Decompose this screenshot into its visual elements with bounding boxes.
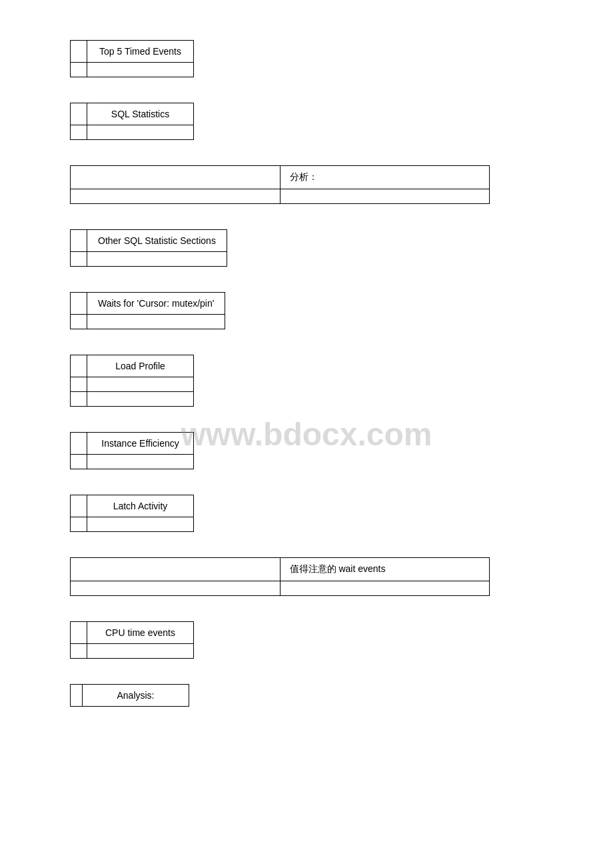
table-row: Waits for 'Cursor: mutex/pin' xyxy=(71,293,225,315)
empty-cell xyxy=(71,125,87,140)
table-row xyxy=(71,63,194,77)
section-top-5-timed-events: Top 5 Timed Events xyxy=(70,40,613,77)
table-row xyxy=(71,644,194,659)
analysis-left-cell xyxy=(71,166,281,189)
marker-cell xyxy=(71,685,83,707)
load-profile-table: Load Profile xyxy=(70,355,194,407)
analysis-1-table: 分析： xyxy=(70,165,490,204)
timed-events-table: Top 5 Timed Events xyxy=(70,40,194,77)
section-analysis-1: 分析： xyxy=(70,165,613,204)
analysis-single-label: Analysis: xyxy=(83,685,189,707)
marker-cell xyxy=(71,433,87,455)
empty-cell xyxy=(280,581,490,596)
instance-efficiency-label: Instance Efficiency xyxy=(87,433,194,455)
table-row: 值得注意的 wait events xyxy=(71,558,490,581)
empty-cell xyxy=(87,125,194,140)
marker-cell xyxy=(71,293,87,315)
empty-cell xyxy=(71,63,87,77)
section-cpu-time-events: CPU time events xyxy=(70,621,613,659)
empty-cell xyxy=(87,252,227,267)
analysis-left-cell xyxy=(71,558,281,581)
section-sql-statistics: SQL Statistics xyxy=(70,103,613,140)
table-row xyxy=(71,125,194,140)
table-row xyxy=(71,315,225,329)
marker-cell xyxy=(71,622,87,644)
table-row: CPU time events xyxy=(71,622,194,644)
table-row: Load Profile xyxy=(71,355,194,377)
marker-cell xyxy=(71,355,87,377)
empty-cell xyxy=(71,392,87,407)
other-sql-table: Other SQL Statistic Sections xyxy=(70,229,227,267)
timed-events-label: Top 5 Timed Events xyxy=(87,41,194,63)
table-row xyxy=(71,392,194,407)
empty-cell xyxy=(87,63,194,77)
empty-cell xyxy=(87,315,225,329)
section-analysis-single: Analysis: xyxy=(70,684,613,707)
table-row: Latch Activity xyxy=(71,495,194,517)
marker-cell xyxy=(71,495,87,517)
latch-activity-table: Latch Activity xyxy=(70,495,194,532)
empty-cell xyxy=(71,581,281,596)
instance-efficiency-table: Instance Efficiency xyxy=(70,432,194,469)
empty-cell xyxy=(280,189,490,204)
other-sql-label: Other SQL Statistic Sections xyxy=(87,230,227,252)
table-row: Analysis: xyxy=(71,685,189,707)
table-row xyxy=(71,252,227,267)
table-row xyxy=(71,189,490,204)
empty-cell xyxy=(71,252,87,267)
table-row: 分析： xyxy=(71,166,490,189)
empty-cell xyxy=(71,189,281,204)
table-row xyxy=(71,581,490,596)
analysis-2-table: 值得注意的 wait events xyxy=(70,557,490,596)
section-instance-efficiency: Instance Efficiency xyxy=(70,432,613,469)
table-row xyxy=(71,517,194,532)
latch-activity-label: Latch Activity xyxy=(87,495,194,517)
marker-cell xyxy=(71,103,87,125)
section-latch-activity: Latch Activity xyxy=(70,495,613,532)
page-content: Top 5 Timed Events SQL Statistics xyxy=(0,0,613,772)
waits-cursor-table: Waits for 'Cursor: mutex/pin' xyxy=(70,292,225,329)
empty-cell xyxy=(87,377,194,392)
table-row xyxy=(71,455,194,469)
empty-cell xyxy=(87,644,194,659)
section-load-profile: Load Profile xyxy=(70,355,613,407)
cpu-time-events-label: CPU time events xyxy=(87,622,194,644)
empty-cell xyxy=(71,377,87,392)
sql-statistics-label: SQL Statistics xyxy=(87,103,194,125)
marker-cell xyxy=(71,230,87,252)
empty-cell xyxy=(71,644,87,659)
table-row: Other SQL Statistic Sections xyxy=(71,230,227,252)
load-profile-label: Load Profile xyxy=(87,355,194,377)
empty-cell xyxy=(71,455,87,469)
empty-cell xyxy=(71,517,87,532)
table-row: Instance Efficiency xyxy=(71,433,194,455)
waits-cursor-label: Waits for 'Cursor: mutex/pin' xyxy=(87,293,225,315)
section-waits-cursor: Waits for 'Cursor: mutex/pin' xyxy=(70,292,613,329)
empty-cell xyxy=(87,455,194,469)
empty-cell xyxy=(87,392,194,407)
cpu-time-events-table: CPU time events xyxy=(70,621,194,659)
analysis-single-table: Analysis: xyxy=(70,684,189,707)
analysis-right-cell: 值得注意的 wait events xyxy=(280,558,490,581)
section-other-sql: Other SQL Statistic Sections xyxy=(70,229,613,267)
marker-cell xyxy=(71,41,87,63)
empty-cell xyxy=(87,517,194,532)
sql-statistics-table: SQL Statistics xyxy=(70,103,194,140)
table-row: SQL Statistics xyxy=(71,103,194,125)
table-row: Top 5 Timed Events xyxy=(71,41,194,63)
analysis-right-cell: 分析： xyxy=(280,166,490,189)
empty-cell xyxy=(71,315,87,329)
table-row xyxy=(71,377,194,392)
section-analysis-2: 值得注意的 wait events xyxy=(70,557,613,596)
